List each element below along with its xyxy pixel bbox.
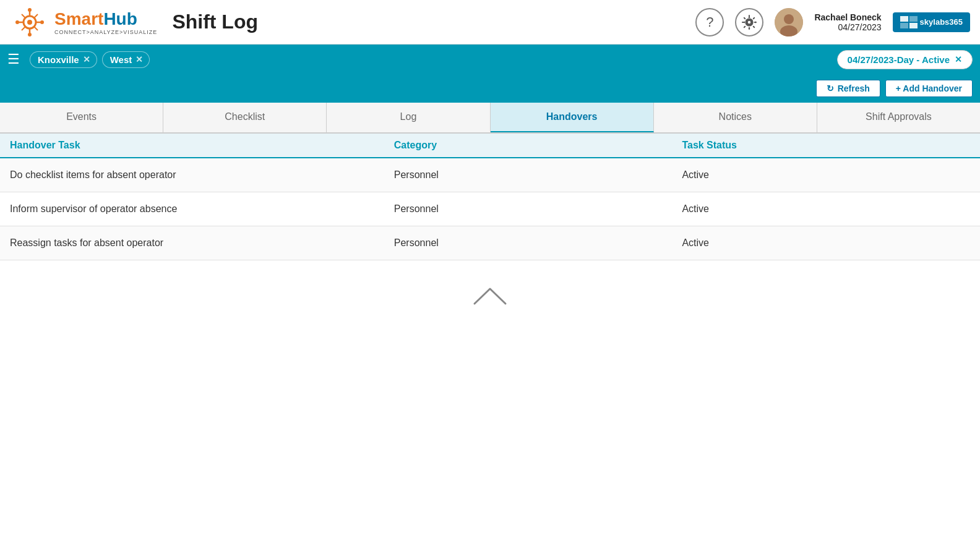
table-row[interactable]: Reassign tasks for absent operator Perso… bbox=[0, 226, 980, 260]
tab-checklist-label: Checklist bbox=[225, 111, 265, 122]
avatar[interactable] bbox=[775, 8, 803, 36]
svg-point-10 bbox=[28, 8, 32, 12]
logo-hub: Hub bbox=[103, 9, 137, 29]
skylabs-label: skylabs365 bbox=[920, 17, 963, 27]
tab-events-label: Events bbox=[66, 111, 97, 122]
nav-bar: ☰ Knoxville ✕ West ✕ 04/27/2023-Day - Ac… bbox=[0, 45, 980, 74]
row-1-category: Personnel bbox=[394, 169, 682, 181]
header-icons: ? bbox=[695, 8, 970, 36]
tab-notices[interactable]: Notices bbox=[654, 103, 817, 132]
svg-rect-19 bbox=[742, 22, 744, 23]
tab-checklist[interactable]: Checklist bbox=[163, 103, 327, 132]
row-3-task: Reassign tasks for absent operator bbox=[10, 237, 394, 249]
table-container: Handover Task Category Task Status Do ch… bbox=[0, 134, 980, 260]
logo-text: Smart Hub CONNECT>ANALYZE>VISUALIZE bbox=[54, 9, 157, 35]
svg-rect-17 bbox=[749, 15, 750, 17]
logo-tagline: CONNECT>ANALYZE>VISUALIZE bbox=[54, 29, 157, 35]
date-badge-label: 04/27/2023-Day - Active bbox=[848, 54, 950, 65]
scroll-up-arrow[interactable] bbox=[471, 285, 509, 307]
help-button[interactable]: ? bbox=[695, 8, 724, 36]
add-handover-button[interactable]: + Add Handover bbox=[885, 80, 973, 97]
table-row[interactable]: Do checklist items for absent operator P… bbox=[0, 158, 980, 192]
skylabs-badge: skylabs365 bbox=[893, 12, 970, 32]
tabs: Events Checklist Log Handovers Notices S… bbox=[0, 103, 980, 134]
table-header: Handover Task Category Task Status bbox=[0, 134, 980, 158]
svg-line-8 bbox=[34, 14, 38, 18]
svg-rect-18 bbox=[749, 27, 750, 30]
svg-point-26 bbox=[784, 14, 794, 24]
refresh-icon: ↻ bbox=[827, 83, 834, 93]
nav-tag-knoxville-label: Knoxville bbox=[38, 54, 79, 65]
tab-events[interactable]: Events bbox=[0, 103, 163, 132]
svg-point-11 bbox=[28, 33, 32, 36]
col-header-task: Handover Task bbox=[10, 140, 394, 151]
add-handover-label: + Add Handover bbox=[896, 83, 962, 93]
tab-notices-label: Notices bbox=[719, 111, 752, 122]
refresh-label: Refresh bbox=[838, 83, 870, 93]
nav-tag-knoxville-close[interactable]: ✕ bbox=[83, 54, 90, 64]
nav-tag-west-label: West bbox=[110, 54, 132, 65]
row-2-category: Personnel bbox=[394, 203, 682, 215]
row-2-task: Inform supervisor of operator absence bbox=[10, 203, 394, 215]
svg-point-1 bbox=[27, 20, 32, 25]
tab-handovers[interactable]: Handovers bbox=[491, 103, 654, 132]
svg-rect-31 bbox=[909, 23, 918, 28]
svg-rect-24 bbox=[753, 25, 755, 28]
tab-shift-approvals-label: Shift Approvals bbox=[866, 111, 932, 122]
logo-area: Smart Hub CONNECT>ANALYZE>VISUALIZE bbox=[10, 5, 157, 40]
row-1-status: Active bbox=[682, 169, 970, 181]
svg-point-13 bbox=[40, 20, 44, 24]
svg-rect-29 bbox=[909, 16, 918, 22]
svg-rect-28 bbox=[900, 16, 908, 22]
page-title: Shift Log bbox=[172, 11, 695, 33]
svg-line-9 bbox=[22, 27, 25, 30]
col-header-category: Category bbox=[394, 140, 682, 151]
svg-rect-20 bbox=[754, 22, 757, 23]
scroll-up-area bbox=[0, 260, 980, 320]
refresh-button[interactable]: ↻ Refresh bbox=[816, 80, 880, 97]
date-badge-close[interactable]: ✕ bbox=[955, 54, 962, 64]
hamburger-menu[interactable]: ☰ bbox=[7, 51, 20, 67]
date-badge[interactable]: 04/27/2023-Day - Active ✕ bbox=[837, 50, 973, 69]
col-header-status: Task Status bbox=[682, 140, 970, 151]
row-1-task: Do checklist items for absent operator bbox=[10, 169, 394, 181]
row-3-category: Personnel bbox=[394, 237, 682, 249]
avatar-image bbox=[775, 8, 803, 36]
user-info: Rachael Boneck 04/27/2023 bbox=[814, 12, 881, 32]
nav-tag-west[interactable]: West ✕ bbox=[102, 51, 150, 68]
user-name: Rachael Boneck bbox=[814, 12, 881, 22]
skylabs-icon bbox=[900, 16, 918, 28]
svg-rect-21 bbox=[744, 17, 746, 19]
row-2-status: Active bbox=[682, 203, 970, 215]
settings-button[interactable] bbox=[735, 8, 763, 36]
svg-line-6 bbox=[22, 14, 25, 18]
logo-smart: Smart bbox=[54, 9, 103, 29]
user-date: 04/27/2023 bbox=[814, 22, 881, 32]
nav-tag-west-close[interactable]: ✕ bbox=[135, 54, 143, 64]
svg-point-16 bbox=[747, 20, 751, 24]
svg-point-12 bbox=[15, 20, 19, 24]
tab-handovers-label: Handovers bbox=[546, 111, 598, 122]
table-row[interactable]: Inform supervisor of operator absence Pe… bbox=[0, 192, 980, 226]
row-3-status: Active bbox=[682, 237, 970, 249]
gear-icon bbox=[741, 14, 757, 30]
nav-tag-knoxville[interactable]: Knoxville ✕ bbox=[30, 51, 97, 68]
tab-log-label: Log bbox=[400, 111, 417, 122]
svg-rect-22 bbox=[753, 17, 755, 19]
tab-log[interactable]: Log bbox=[327, 103, 490, 132]
toolbar: ↻ Refresh + Add Handover bbox=[0, 74, 980, 103]
logo-icon bbox=[10, 5, 49, 40]
header: Smart Hub CONNECT>ANALYZE>VISUALIZE Shif… bbox=[0, 0, 980, 45]
svg-rect-30 bbox=[900, 23, 908, 28]
tab-shift-approvals[interactable]: Shift Approvals bbox=[817, 103, 980, 132]
svg-line-7 bbox=[34, 27, 38, 30]
svg-rect-23 bbox=[744, 25, 746, 28]
